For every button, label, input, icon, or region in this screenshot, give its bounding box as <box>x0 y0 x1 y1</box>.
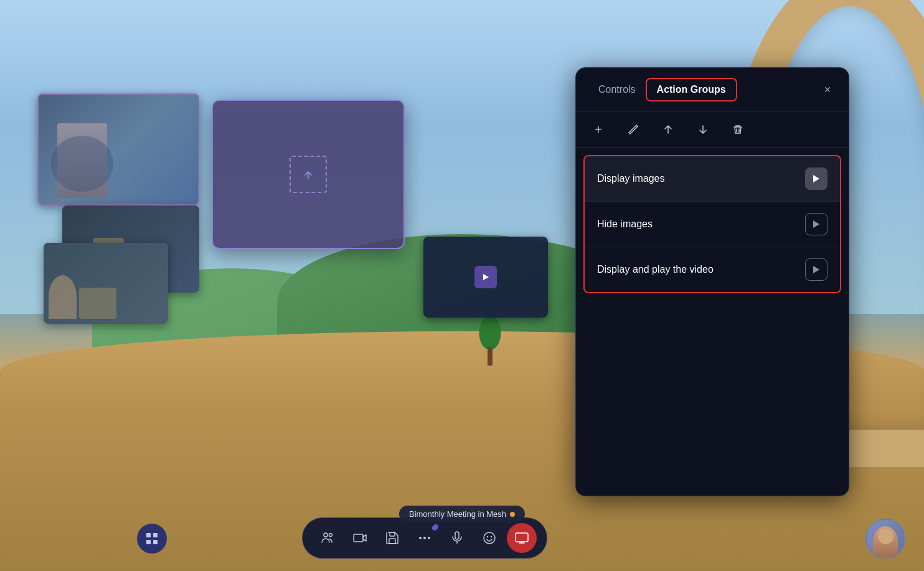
svg-point-1 <box>329 534 332 537</box>
action-item-hide-images[interactable]: Hide images <box>585 202 840 247</box>
tab-controls[interactable]: Controls <box>588 79 646 100</box>
svg-point-11 <box>487 536 488 537</box>
more-options-button[interactable] <box>410 523 440 553</box>
tree-foliage <box>479 316 501 350</box>
action-play-display-images[interactable] <box>805 168 827 190</box>
emoji-button[interactable] <box>474 523 504 553</box>
video-panel <box>423 237 548 318</box>
meeting-status-dot <box>510 512 515 517</box>
svg-rect-8 <box>455 532 459 539</box>
svg-point-10 <box>484 532 495 544</box>
action-play-hide-images[interactable] <box>805 213 827 235</box>
video-play-button[interactable] <box>474 266 497 288</box>
tree <box>481 316 499 366</box>
svg-point-5 <box>419 537 422 539</box>
grid-menu-button[interactable] <box>137 524 167 554</box>
bottom-toolbar <box>302 517 547 559</box>
svg-point-0 <box>324 533 328 537</box>
side-panel: Controls Action Groups × + <box>575 67 849 496</box>
svg-rect-15 <box>153 533 158 537</box>
action-list: Display images Hide images Display and p… <box>583 155 841 293</box>
edit-button[interactable] <box>623 120 643 139</box>
people-button[interactable] <box>313 523 342 553</box>
panel-close-button[interactable]: × <box>819 81 836 98</box>
svg-rect-3 <box>390 532 395 536</box>
action-play-display-video[interactable] <box>805 258 827 281</box>
svg-point-7 <box>428 537 430 539</box>
photo-small-2 <box>44 243 168 324</box>
action-item-display-images[interactable]: Display images <box>585 156 840 202</box>
display-panel-large <box>212 100 405 249</box>
photo-large <box>37 93 199 205</box>
svg-rect-14 <box>146 533 151 537</box>
screen-share-button[interactable] <box>507 523 537 553</box>
media-button[interactable] <box>345 523 375 553</box>
photo-thumbnails <box>37 93 218 324</box>
action-label-display-video: Display and play the video <box>597 264 805 275</box>
action-label-display-images: Display images <box>597 173 805 184</box>
meeting-name: Bimonthly Meeting in Mesh <box>409 509 506 519</box>
svg-point-12 <box>491 536 492 537</box>
panel-header: Controls Action Groups × <box>576 68 849 112</box>
meeting-label: Bimonthly Meeting in Mesh <box>399 506 525 522</box>
mic-button[interactable] <box>442 523 472 553</box>
svg-rect-16 <box>146 540 151 544</box>
svg-rect-4 <box>389 539 395 544</box>
delete-button[interactable] <box>728 120 748 139</box>
upload-icon <box>290 156 327 193</box>
move-up-button[interactable] <box>658 120 678 139</box>
svg-rect-2 <box>354 534 363 542</box>
svg-point-6 <box>423 537 426 539</box>
save-button[interactable] <box>377 523 407 553</box>
move-down-button[interactable] <box>693 120 713 139</box>
avatar-image <box>873 526 898 557</box>
tree-trunk <box>488 347 493 366</box>
tab-action-groups[interactable]: Action Groups <box>646 78 737 101</box>
add-button[interactable]: + <box>588 120 608 139</box>
panel-toolbar: + <box>576 112 849 148</box>
action-item-display-video[interactable]: Display and play the video <box>585 247 840 292</box>
action-label-hide-images: Hide images <box>597 219 805 230</box>
svg-rect-17 <box>153 540 158 544</box>
user-avatar[interactable] <box>865 519 905 559</box>
svg-rect-13 <box>516 533 528 542</box>
